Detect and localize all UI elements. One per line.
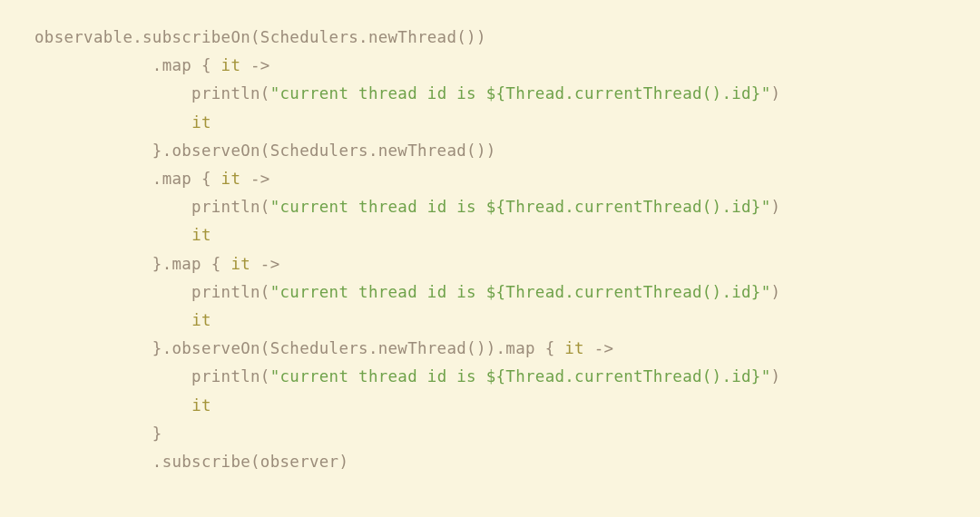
code-token: println( [34,367,270,385]
code-token: println( [34,84,270,102]
code-token: } [34,424,162,443]
code-token [34,113,191,132]
code-token: it [191,396,211,415]
code-token [34,226,191,244]
code-token: "current thread id is ${Thread.currentTh… [270,84,771,102]
code-token [34,396,191,415]
code-token: }.observeOn(Schedulers.newThread()).map … [34,339,564,357]
code-token: -> [250,255,279,273]
code-token: observable.subscribeOn(Schedulers.newThr… [34,28,486,46]
code-token: println( [34,198,270,216]
code-token: "current thread id is ${Thread.currentTh… [270,367,771,385]
code-token: -> [240,170,270,188]
code-token: it [191,311,211,329]
code-token [34,311,191,329]
code-token: println( [34,283,270,301]
code-token: .map { [34,56,221,74]
code-token: -> [584,339,613,357]
code-token: it [191,226,211,244]
code-token: -> [240,56,270,74]
code-token: .subscribe(observer) [34,453,348,471]
code-token: it [221,170,241,188]
code-token: "current thread id is ${Thread.currentTh… [270,283,771,301]
code-token: it [230,255,250,273]
code-token: }.map { [34,255,230,273]
code-token: "current thread id is ${Thread.currentTh… [270,198,771,216]
code-token: ) [771,367,781,385]
code-snippet: observable.subscribeOn(Schedulers.newThr… [34,24,980,476]
code-token: it [564,339,584,357]
code-token: }.observeOn(Schedulers.newThread()) [34,141,496,160]
code-token: ) [771,283,781,301]
code-token: ) [771,198,781,216]
code-token: it [221,56,241,74]
code-token: it [191,113,211,132]
code-token: .map { [34,170,221,188]
code-token: ) [771,84,781,102]
